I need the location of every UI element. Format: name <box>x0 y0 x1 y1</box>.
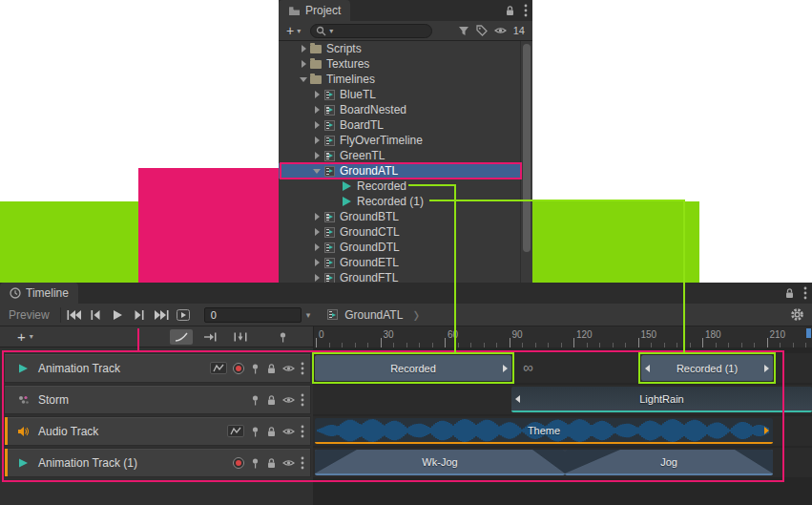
lock-icon[interactable] <box>266 394 277 406</box>
play-button[interactable] <box>107 305 129 325</box>
markers-toggle-button[interactable] <box>271 329 294 345</box>
clip-jog[interactable]: Jog <box>565 450 773 475</box>
clip-theme[interactable]: Theme <box>315 418 773 444</box>
next-frame-button[interactable] <box>129 305 151 325</box>
tree-item-boardtl[interactable]: BoardTL <box>279 117 520 133</box>
tab-timeline[interactable]: Timeline <box>0 283 78 304</box>
prev-frame-button[interactable] <box>85 305 107 325</box>
tree-item-grounddtl[interactable]: GroundDTL <box>279 240 520 255</box>
chevron-right-icon[interactable] <box>311 274 323 282</box>
chevron-down-icon[interactable] <box>298 77 309 82</box>
goto-end-button[interactable] <box>151 305 173 325</box>
search-by-label-icon[interactable] <box>476 25 488 36</box>
clip-lightrain[interactable]: LightRain <box>511 387 812 412</box>
pin-icon[interactable] <box>250 426 260 437</box>
chevron-down-icon[interactable] <box>311 169 323 174</box>
eye-icon[interactable] <box>282 395 295 405</box>
tree-item-scripts[interactable]: Scripts <box>279 41 520 56</box>
tree-item-groundftl[interactable]: GroundFTL <box>279 270 520 283</box>
clip-recorded[interactable]: Recorded <box>315 355 511 381</box>
add-track-button[interactable]: +▾ <box>17 328 33 345</box>
tree-item-groundctl[interactable]: GroundCTL <box>279 224 520 240</box>
breadcrumb[interactable]: GroundATL › <box>325 308 419 322</box>
tree-item-groundbtl[interactable]: GroundBTL <box>279 209 520 224</box>
time-ruler[interactable]: 0306090120150180210 <box>313 326 812 347</box>
clip-right-arrow-icon <box>764 365 769 372</box>
eye-icon[interactable] <box>282 458 295 468</box>
play-range-button[interactable] <box>173 305 195 325</box>
folder-icon <box>309 58 323 71</box>
kebab-menu-icon[interactable] <box>301 456 304 470</box>
tree-item-recorded[interactable]: Recorded <box>279 179 520 194</box>
eye-icon[interactable] <box>282 364 295 373</box>
track-header-storm[interactable]: Storm <box>4 385 311 414</box>
lock-icon[interactable] <box>784 287 795 299</box>
lock-icon[interactable] <box>505 5 515 16</box>
track-header-audio-track[interactable]: Audio Track <box>4 416 311 446</box>
lock-icon[interactable] <box>266 426 277 437</box>
timeline-trackbar: +▾ 0306090120150180210 <box>0 326 812 347</box>
tree-item-label: GroundBTL <box>340 210 399 223</box>
kebab-menu-icon[interactable] <box>301 425 304 438</box>
tree-item-recorded-1[interactable]: Recorded (1) <box>279 194 520 209</box>
chevron-right-icon[interactable] <box>311 228 323 236</box>
clip-wk-jog[interactable]: Wk-Jog <box>315 450 565 475</box>
search-input[interactable]: ▾ <box>310 24 432 38</box>
search-by-type-icon[interactable] <box>458 26 469 36</box>
chevron-right-icon[interactable] <box>298 45 309 53</box>
goto-start-button[interactable] <box>63 305 85 325</box>
record-button[interactable] <box>233 363 244 374</box>
curves-toggle-button[interactable] <box>210 362 227 374</box>
chevron-right-icon[interactable] <box>311 121 323 129</box>
tree-item-timelines[interactable]: Timelines <box>279 72 520 87</box>
preview-button[interactable]: Preview <box>0 308 58 322</box>
project-scrollbar-thumb[interactable] <box>523 44 531 252</box>
tree-item-boardnested[interactable]: BoardNested <box>279 102 520 117</box>
chevron-right-icon[interactable] <box>311 106 323 114</box>
lock-icon[interactable] <box>266 363 277 374</box>
gear-icon[interactable] <box>790 307 804 322</box>
tab-project[interactable]: Project <box>279 0 350 21</box>
kebab-menu-icon[interactable] <box>301 362 304 375</box>
frame-value: 0 <box>211 309 217 321</box>
kebab-menu-icon[interactable] <box>524 4 528 17</box>
tree-item-groundetl[interactable]: GroundETL <box>279 255 520 270</box>
record-button[interactable] <box>233 457 244 469</box>
track-header-animation-track-1[interactable]: Animation Track (1) <box>4 448 311 477</box>
kebab-menu-icon[interactable] <box>301 393 304 407</box>
eye-icon[interactable] <box>282 427 295 436</box>
track-header-animation-track[interactable]: Animation Track <box>4 353 311 383</box>
clip-right-arrow-icon <box>503 365 508 372</box>
chevron-right-icon[interactable] <box>311 137 323 144</box>
tree-item-flyovertimeline[interactable]: FlyOverTimeline <box>279 133 520 148</box>
add-asset-button[interactable]: +▾ <box>283 23 303 38</box>
pin-icon[interactable] <box>250 457 260 469</box>
clip-edit-mode-button[interactable] <box>198 329 221 345</box>
insert-range-button[interactable] <box>229 329 252 345</box>
frame-field[interactable]: 0 <box>204 307 302 323</box>
chevron-right-icon[interactable] <box>311 91 323 98</box>
ruler-tick <box>767 338 768 347</box>
chevron-right-icon[interactable] <box>311 259 323 266</box>
chevron-right-icon[interactable] <box>298 60 309 68</box>
curves-toggle-button[interactable] <box>227 425 244 437</box>
chevron-down-icon[interactable]: ▾ <box>306 310 311 320</box>
clip-recorded-1[interactable]: Recorded (1) <box>641 355 773 381</box>
eye-icon[interactable] <box>494 26 507 35</box>
chevron-right-icon[interactable] <box>311 152 323 159</box>
project-scrollbar[interactable] <box>520 41 532 283</box>
pin-icon[interactable] <box>250 394 260 406</box>
tree-item-textures[interactable]: Textures <box>279 56 520 72</box>
chevron-right-icon[interactable] <box>311 243 323 251</box>
kebab-menu-icon[interactable] <box>803 286 807 300</box>
timeline-asset-icon <box>325 308 339 321</box>
tree-item-groundatl[interactable]: GroundATL <box>279 163 520 179</box>
lock-icon[interactable] <box>266 457 277 469</box>
tree-item-bluetl[interactable]: BlueTL <box>279 87 520 102</box>
pin-icon[interactable] <box>250 363 260 374</box>
tree-item-greentl[interactable]: GreenTL <box>279 148 520 163</box>
timeline-end-marker[interactable] <box>806 328 811 338</box>
chevron-right-icon[interactable] <box>311 213 323 221</box>
tree-item-label: GroundDTL <box>340 241 400 254</box>
curves-view-button[interactable] <box>170 329 193 345</box>
